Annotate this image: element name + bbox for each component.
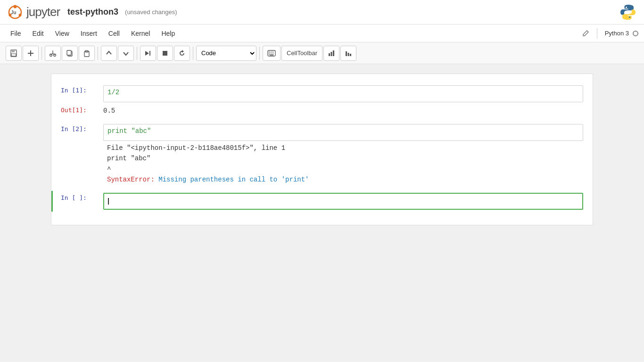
paste-button[interactable] <box>79 46 95 61</box>
cell-1-code: 1/2 <box>107 89 119 96</box>
svg-rect-34 <box>333 50 334 56</box>
svg-point-5 <box>626 7 627 8</box>
menu-file[interactable]: File <box>6 28 26 39</box>
cut-button[interactable] <box>45 46 61 61</box>
menu-cell[interactable]: Cell <box>104 28 124 39</box>
stop-button[interactable] <box>157 46 173 61</box>
cell-2-in-label: In [2]: <box>61 124 103 132</box>
save-icon <box>10 49 17 57</box>
svg-rect-35 <box>346 51 347 56</box>
cell-3-input[interactable] <box>103 193 583 210</box>
svg-rect-29 <box>271 53 272 54</box>
keyboard-shortcuts-button[interactable] <box>263 46 281 61</box>
restart-icon <box>178 49 186 57</box>
cell-1-output-row: Out[1]: 0.5 <box>61 105 583 116</box>
menu-insert[interactable]: Insert <box>76 28 102 39</box>
toolbar-separator-1 <box>41 47 42 60</box>
svg-rect-37 <box>350 54 351 56</box>
toolbar-separator-5 <box>259 47 260 60</box>
paste-icon <box>83 49 91 57</box>
bar-chart-icon-1 <box>328 49 335 57</box>
svg-point-6 <box>629 16 630 18</box>
cell-3-in-label: In [ ]: <box>61 193 103 201</box>
svg-rect-25 <box>269 51 270 52</box>
cell-1-input-row: In [1]: 1/2 <box>61 85 583 102</box>
svg-rect-32 <box>329 53 330 56</box>
jupyter-logo-icon: Ju <box>8 5 23 20</box>
svg-rect-22 <box>149 51 150 56</box>
cell-2-input-row: In [2]: print "abc" <box>61 124 583 141</box>
notebook-title[interactable]: test-python3 <box>67 7 118 17</box>
svg-rect-23 <box>163 51 167 56</box>
restart-button[interactable] <box>174 46 190 61</box>
bar-chart-icon-2 <box>345 49 352 57</box>
svg-rect-28 <box>269 53 270 54</box>
menubar: File Edit View Insert Cell Kernel Help P… <box>0 25 644 42</box>
svg-marker-21 <box>145 51 149 56</box>
stop-icon <box>161 49 169 57</box>
svg-rect-26 <box>271 51 272 52</box>
cell-2-error-output: File "<ipython-input-2-b118ae48015f>", l… <box>103 143 583 185</box>
bar-chart-button-1[interactable] <box>323 46 339 61</box>
cell-3-input-row: In [ ]: <box>61 193 583 210</box>
svg-rect-31 <box>270 55 273 56</box>
svg-rect-33 <box>331 52 332 56</box>
error-file-line: File "<ipython-input-2-b118ae48015f>", l… <box>107 143 583 153</box>
keyboard-icon <box>267 50 276 57</box>
menu-kernel[interactable]: Kernel <box>126 28 155 39</box>
scissors-icon <box>49 49 57 57</box>
svg-rect-27 <box>272 51 273 52</box>
error-code-line: print "abc" <box>107 153 583 164</box>
plus-icon <box>27 49 34 57</box>
toolbar-separator-3 <box>137 47 137 60</box>
toolbar-separator-4 <box>193 47 193 60</box>
cell-2: In [2]: print "abc" File "<ipython-input… <box>51 122 593 187</box>
cell-2-input[interactable]: print "abc" <box>103 124 583 141</box>
bar-chart-button-2[interactable] <box>340 46 356 61</box>
toolbar: Code Markdown Raw NBConvert Heading Cell… <box>0 42 644 64</box>
error-message-line: SyntaxError: Missing parentheses in call… <box>107 174 583 185</box>
svg-rect-30 <box>272 53 273 54</box>
menu-view[interactable]: View <box>50 28 74 39</box>
celltoolbar-button[interactable]: CellToolbar <box>281 46 322 61</box>
error-msg-text: Missing parentheses in call to 'print' <box>158 176 309 183</box>
logo-area: Ju jupyter test-python3 (unsaved changes… <box>8 5 177 20</box>
kernel-circle-icon <box>633 31 638 36</box>
svg-rect-18 <box>67 50 71 55</box>
menu-help[interactable]: Help <box>157 28 180 39</box>
cell-1: In [1]: 1/2 Out[1]: 0.5 <box>51 83 593 118</box>
copy-icon <box>66 49 74 57</box>
save-button[interactable] <box>6 46 22 61</box>
arrow-up-icon <box>105 49 113 57</box>
cell-2-code: print "abc" <box>107 127 151 135</box>
cell-1-out-label: Out[1]: <box>61 105 103 114</box>
toolbar-separator-2 <box>98 47 98 60</box>
error-caret-line: ^ <box>107 164 583 174</box>
svg-rect-8 <box>12 50 15 52</box>
cursor-blink-icon <box>108 198 109 205</box>
cell-type-select[interactable]: Code Markdown Raw NBConvert Heading <box>196 46 256 61</box>
menu-edit[interactable]: Edit <box>28 28 49 39</box>
cell-3: In [ ]: <box>51 191 593 212</box>
svg-rect-9 <box>11 54 16 56</box>
cell-1-input[interactable]: 1/2 <box>103 85 583 102</box>
main-content: In [1]: 1/2 Out[1]: 0.5 In [2]: print "a… <box>0 64 644 362</box>
kernel-status: Python 3 <box>582 28 638 39</box>
move-up-button[interactable] <box>101 46 117 61</box>
header: Ju jupyter test-python3 (unsaved changes… <box>0 0 644 25</box>
svg-point-2 <box>19 14 22 16</box>
cell-1-in-label: In [1]: <box>61 85 103 94</box>
jupyter-wordmark: jupyter <box>26 5 60 19</box>
cell-1-output: 0.5 <box>103 105 119 116</box>
add-cell-button[interactable] <box>23 46 39 61</box>
notebook-container: In [1]: 1/2 Out[1]: 0.5 In [2]: print "a… <box>51 74 593 225</box>
arrow-down-icon <box>122 49 130 57</box>
svg-text:Ju: Ju <box>11 10 17 15</box>
skip-forward-icon <box>144 49 152 57</box>
edit-pencil-icon <box>582 30 589 37</box>
move-down-button[interactable] <box>118 46 134 61</box>
copy-button[interactable] <box>62 46 78 61</box>
run-next-button[interactable] <box>140 46 156 61</box>
unsaved-changes-label: (unsaved changes) <box>125 8 177 16</box>
svg-rect-36 <box>348 53 349 56</box>
